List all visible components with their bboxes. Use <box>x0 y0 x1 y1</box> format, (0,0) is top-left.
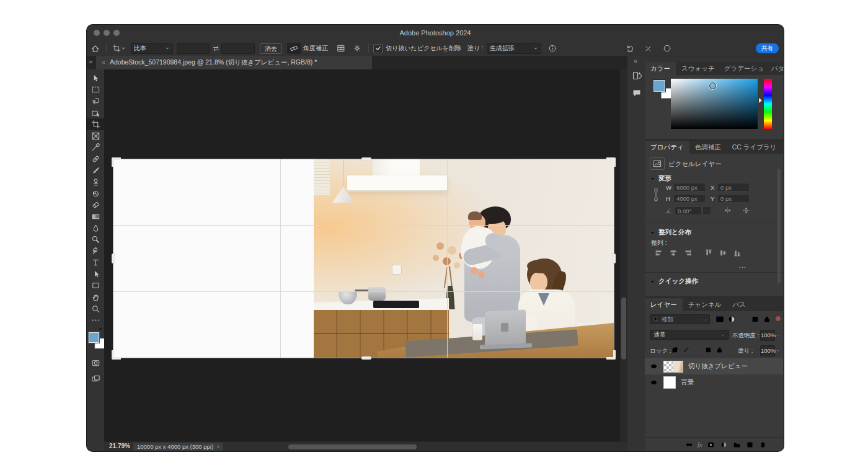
x-input[interactable]: 0 px <box>717 183 750 192</box>
tab-color[interactable]: カラー <box>645 62 676 75</box>
fill-mode-dropdown[interactable]: 生成拡張 <box>487 43 541 54</box>
layer-row-crop-preview[interactable]: 切り抜きプレビュー <box>645 358 783 374</box>
tab-paths[interactable]: パス <box>727 298 751 311</box>
height-input[interactable]: 4000 px <box>673 194 706 203</box>
tab-swatches[interactable]: スウォッチ <box>676 62 720 75</box>
link-dimensions-icon[interactable] <box>652 187 660 203</box>
clone-stamp-tool-button[interactable] <box>87 176 104 188</box>
transform-section-header[interactable]: 変形 <box>650 174 671 183</box>
delete-layer-trash-icon[interactable] <box>758 441 768 449</box>
angle-input[interactable]: 0.00° <box>675 206 702 215</box>
canvas-vertical-scrollbar[interactable] <box>620 69 627 441</box>
align-section-header[interactable]: 整列と分布 <box>650 228 691 237</box>
commit-crop-button[interactable] <box>659 42 675 55</box>
crop-settings-button[interactable] <box>349 42 365 55</box>
width-input[interactable]: 6000 px <box>673 183 706 192</box>
crop-preview-area[interactable] <box>113 159 614 358</box>
info-button[interactable] <box>545 42 560 55</box>
align-more-button[interactable]: ... <box>739 262 746 269</box>
hue-slider-pointer[interactable] <box>759 98 762 103</box>
filter-pixel-layers-icon[interactable] <box>715 315 724 324</box>
overlay-options-button[interactable] <box>333 42 349 55</box>
pen-tool-button[interactable] <box>87 245 104 257</box>
spot-healing-tool-button[interactable] <box>87 153 104 165</box>
collapse-panels-chevrons[interactable]: « <box>634 57 637 64</box>
blend-mode-dropdown[interactable]: 通常 <box>650 330 729 340</box>
align-right-icon[interactable] <box>683 249 692 257</box>
eyedropper-tool-button[interactable] <box>87 142 104 154</box>
new-group-folder-icon[interactable] <box>732 441 742 449</box>
document-info[interactable]: 10000 px x 4000 px (300 ppi) › <box>133 443 223 451</box>
history-panel-button[interactable] <box>632 71 642 81</box>
reset-crop-button[interactable] <box>622 42 638 55</box>
crop-handle-top[interactable] <box>361 157 371 161</box>
layer-filter-search[interactable]: 種類 <box>650 314 710 324</box>
hue-slider[interactable] <box>764 79 772 129</box>
crop-width-input[interactable] <box>177 43 210 54</box>
color-picker-marker[interactable] <box>709 82 716 89</box>
align-center-vertical-icon[interactable] <box>719 249 727 257</box>
marquee-tool-button[interactable] <box>87 84 104 96</box>
lock-pixels-icon[interactable] <box>682 346 690 354</box>
quick-actions-header[interactable]: クイック操作 <box>650 277 698 286</box>
canvas-area[interactable] <box>104 69 627 441</box>
blur-tool-button[interactable] <box>87 223 104 234</box>
crop-handle-bottom-left[interactable] <box>112 350 121 360</box>
tab-layers[interactable]: レイヤー <box>645 298 683 311</box>
visibility-eye-icon[interactable] <box>649 379 658 386</box>
foreground-color-chip[interactable] <box>653 80 665 92</box>
swap-width-height-button[interactable] <box>210 42 221 55</box>
opacity-value[interactable]: 100% <box>760 330 775 341</box>
lock-position-icon[interactable] <box>693 346 701 354</box>
new-layer-icon[interactable] <box>745 441 755 449</box>
crop-handle-right[interactable] <box>613 254 616 263</box>
type-tool-button[interactable] <box>87 257 104 269</box>
canvas-horizontal-scrollbar[interactable] <box>288 444 417 449</box>
zoom-level[interactable]: 21.79% <box>109 443 130 449</box>
panel-menu-icon[interactable] <box>772 143 780 151</box>
flip-horizontal-icon[interactable] <box>723 206 732 215</box>
zoom-tool-button[interactable] <box>87 303 104 315</box>
shape-tool-button[interactable] <box>87 280 104 292</box>
tab-adjustments[interactable]: 色調補正 <box>689 141 727 154</box>
delete-cropped-pixels-checkbox[interactable] <box>373 44 383 53</box>
fill-value[interactable]: 100% <box>760 345 775 356</box>
crop-handle-top-right[interactable] <box>606 157 616 167</box>
move-tool-button[interactable] <box>87 73 104 84</box>
lock-artboard-icon[interactable] <box>704 346 712 354</box>
swap-colors-icon[interactable] <box>98 326 104 332</box>
visibility-eye-icon[interactable] <box>649 363 658 370</box>
edit-toolbar-button[interactable] <box>87 314 104 326</box>
eraser-tool-button[interactable] <box>87 200 104 211</box>
saturation-brightness-field[interactable] <box>671 79 758 129</box>
crop-handle-left[interactable] <box>112 254 115 263</box>
ratio-preset-dropdown[interactable]: 比率 <box>131 43 173 54</box>
add-mask-icon[interactable] <box>706 441 715 449</box>
angle-dropdown-button[interactable] <box>702 206 711 215</box>
crop-handle-bottom[interactable] <box>361 356 371 360</box>
brush-tool-button[interactable] <box>87 165 104 177</box>
quick-mask-button[interactable] <box>87 357 104 369</box>
panel-menu-icon[interactable] <box>772 301 780 309</box>
align-center-horizontal-icon[interactable] <box>669 249 678 257</box>
crop-tool-button[interactable] <box>87 118 104 130</box>
filter-type-layers-icon[interactable] <box>739 315 748 324</box>
lock-transparency-icon[interactable] <box>671 346 679 354</box>
filter-shape-layers-icon[interactable] <box>751 315 760 324</box>
clear-button[interactable]: 消去 <box>260 43 282 54</box>
document-tab[interactable]: AdobeStock_507190984.jpeg @ 21.8% (切り抜きプ… <box>96 56 372 69</box>
foreground-color-swatch[interactable] <box>89 332 99 343</box>
path-selection-tool-button[interactable] <box>87 268 104 280</box>
opacity-dropdown-button[interactable] <box>774 330 781 340</box>
filter-smart-objects-icon[interactable] <box>763 315 771 324</box>
crop-tool-preset-button[interactable] <box>110 42 128 55</box>
cancel-crop-button[interactable] <box>640 42 657 55</box>
add-adjustment-icon[interactable] <box>719 441 728 449</box>
lock-all-icon[interactable] <box>715 346 724 354</box>
layer-thumbnail[interactable] <box>663 361 683 373</box>
home-button[interactable] <box>87 42 103 55</box>
hand-tool-button[interactable] <box>87 291 104 303</box>
tab-properties[interactable]: プロパティ <box>645 141 689 154</box>
y-input[interactable]: 0 px <box>717 194 750 203</box>
fill-dropdown-button[interactable] <box>774 345 781 355</box>
